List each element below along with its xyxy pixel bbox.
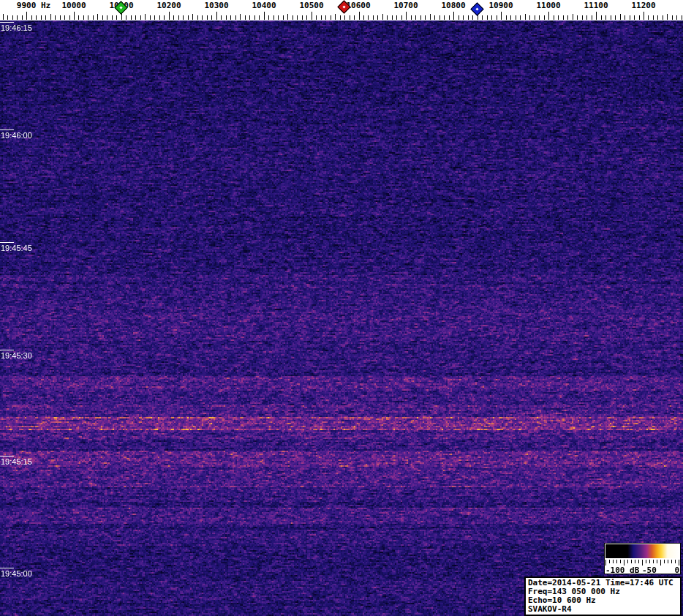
colorbar-tick — [613, 560, 614, 563]
freq-tick — [60, 15, 61, 20]
freq-tick — [287, 14, 288, 20]
colorbar-tick — [609, 560, 610, 563]
freq-tick — [497, 15, 497, 20]
freq-label-10500: 10500 — [299, 1, 323, 10]
colorbar-label-max: 0 — [674, 566, 679, 575]
freq-tick — [26, 12, 27, 20]
freq-tick — [354, 15, 355, 20]
freq-tick — [459, 15, 459, 20]
freq-tick — [539, 15, 540, 20]
freq-label-10400: 10400 — [252, 1, 276, 10]
colorbar-tick — [668, 560, 668, 563]
freq-tick — [624, 15, 625, 20]
freq-tick — [573, 14, 573, 20]
marker-center-dot — [342, 5, 345, 8]
waterfall-canvas — [0, 20, 683, 616]
freq-tick — [264, 12, 265, 20]
freq-tick — [178, 15, 179, 20]
freq-label-11000: 11000 — [536, 1, 560, 10]
freq-tick — [312, 12, 312, 20]
colorbar-label-min: -100 dB — [605, 566, 639, 575]
colorbar-tick — [671, 560, 672, 563]
freq-tick — [188, 15, 189, 20]
freq-marker-blue-diamond-icon[interactable] — [470, 2, 483, 15]
freq-tick — [382, 14, 383, 20]
freq-tick — [69, 15, 70, 20]
time-text: 19:46:00 — [1, 131, 32, 140]
freq-label-10900: 10900 — [488, 1, 513, 10]
time-tick-line — [0, 129, 14, 130]
freq-tick — [192, 14, 193, 20]
freq-tick — [611, 15, 611, 20]
freq-tick — [344, 15, 345, 20]
freq-tick — [377, 15, 378, 20]
freq-tick — [525, 14, 526, 20]
freq-tick — [592, 15, 592, 20]
colorbar-tick — [616, 560, 617, 563]
freq-tick — [302, 15, 303, 20]
freq-tick — [278, 15, 279, 20]
freq-label-10200: 10200 — [156, 1, 181, 10]
freq-tick — [41, 15, 42, 20]
freq-label-10800: 10800 — [441, 1, 465, 10]
freq-tick — [444, 15, 445, 20]
freq-tick — [406, 12, 407, 20]
colorbar-tick — [635, 560, 635, 563]
time-text: 19:45:00 — [1, 569, 32, 578]
freq-tick — [639, 15, 640, 20]
freq-tick — [164, 15, 165, 20]
freq-tick — [183, 15, 184, 20]
freq-tick — [102, 15, 103, 20]
colorbar-labels: -100 dB -50 0 — [605, 566, 679, 574]
time-tick-line — [0, 350, 14, 350]
freq-tick — [150, 15, 151, 20]
freq-tick — [463, 15, 464, 20]
freq-tick — [93, 15, 94, 20]
freq-tick — [663, 15, 663, 20]
freq-tick — [657, 15, 658, 20]
freq-tick — [140, 15, 141, 20]
freq-tick — [154, 15, 155, 20]
freq-tick — [472, 15, 473, 20]
freq-tick — [392, 15, 393, 20]
freq-tick — [45, 15, 46, 20]
freq-tick — [501, 12, 502, 20]
freq-tick — [644, 12, 644, 20]
freq-tick — [254, 15, 255, 20]
freq-tick — [245, 15, 246, 20]
freq-tick — [506, 15, 507, 20]
freq-tick — [615, 15, 616, 20]
freq-tick — [159, 15, 160, 20]
colorbar-tick — [605, 560, 606, 566]
freq-tick — [116, 15, 117, 20]
info-line-station: SVAKOV-R4 — [528, 605, 680, 614]
colorbar-tick — [649, 560, 650, 563]
freq-tick — [221, 15, 222, 20]
colorbar-tick — [657, 560, 657, 563]
freq-tick — [131, 15, 132, 20]
time-text: 19:45:45 — [1, 244, 32, 252]
freq-tick — [12, 15, 13, 20]
freq-tick — [325, 15, 326, 20]
colorbar-gradient — [605, 544, 679, 558]
freq-tick — [350, 15, 350, 20]
freq-tick — [491, 15, 492, 20]
freq-tick — [359, 12, 360, 20]
freq-tick — [74, 12, 75, 20]
freq-tick — [487, 15, 488, 20]
freq-label-9900: 9900 Hz — [17, 1, 50, 10]
colorbar-tick — [653, 560, 654, 563]
time-text: 19:46:15 — [1, 23, 32, 32]
freq-tick — [55, 15, 56, 20]
freq-tick — [17, 15, 18, 20]
freq-tick — [173, 15, 174, 20]
colorbar-tick — [638, 560, 639, 563]
freq-label-11200: 11200 — [631, 1, 655, 10]
freq-tick — [648, 15, 649, 20]
freq-tick — [297, 15, 298, 20]
freq-tick — [97, 14, 98, 20]
freq-tick — [396, 15, 397, 20]
freq-tick — [516, 15, 516, 20]
freq-tick — [331, 15, 331, 20]
freq-tick — [676, 15, 677, 20]
